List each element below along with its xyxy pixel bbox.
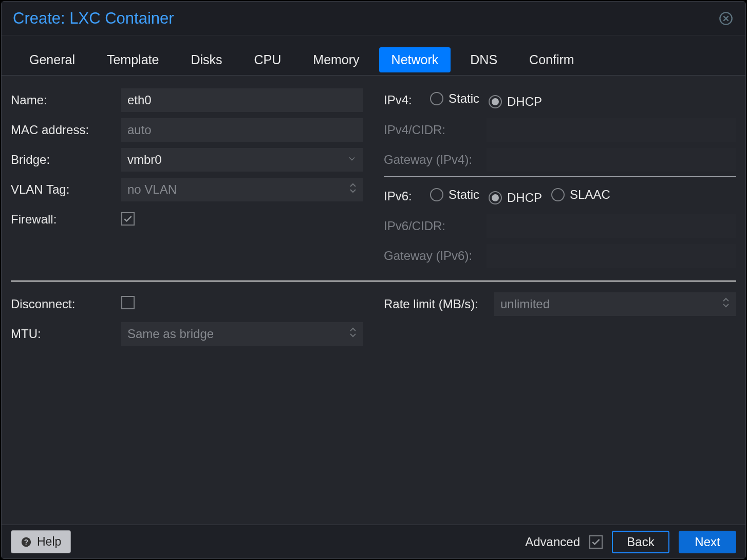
- name-input[interactable]: [121, 88, 363, 112]
- ipv6-radio-group: StaticDHCPSLAAC: [430, 188, 736, 205]
- name-label: Name:: [11, 93, 121, 107]
- divider: [384, 176, 736, 177]
- ipv4-radio-dhcp[interactable]: DHCP: [489, 95, 542, 109]
- columns-bottom: Disconnect: MTU:: [11, 291, 736, 350]
- gw6-label: Gateway (IPv6):: [384, 249, 487, 263]
- ipv4-radio-label: DHCP: [507, 95, 542, 109]
- disconnect-label: Disconnect:: [11, 297, 121, 311]
- ipv6-radio-label: SLAAC: [570, 188, 610, 202]
- ipv4-radio-label: Static: [449, 91, 479, 106]
- close-button[interactable]: [718, 10, 734, 27]
- mtu-input[interactable]: [121, 322, 363, 346]
- check-icon: [123, 214, 133, 224]
- tab-confirm[interactable]: Confirm: [517, 47, 587, 72]
- ipv6cidr-label: IPv6/CIDR:: [384, 219, 487, 233]
- close-icon: [719, 11, 733, 26]
- bridge-select[interactable]: [121, 148, 363, 172]
- check-icon: [591, 537, 601, 547]
- tab-general[interactable]: General: [17, 47, 87, 72]
- left-column: Name: MAC address: Bridge:: [11, 87, 363, 272]
- bridge-label: Bridge:: [11, 153, 121, 167]
- tab-disks[interactable]: Disks: [178, 47, 234, 72]
- advanced-label: Advanced: [525, 535, 580, 549]
- ipv6-radio-label: DHCP: [507, 191, 542, 205]
- tab-cpu[interactable]: CPU: [242, 47, 294, 72]
- ipv4cidr-input[interactable]: [487, 118, 736, 142]
- radio-icon: [551, 188, 565, 201]
- ipv4-radio-static[interactable]: Static: [430, 91, 479, 106]
- tab-memory[interactable]: Memory: [301, 47, 371, 72]
- ipv6-radio-slaac[interactable]: SLAAC: [551, 188, 610, 202]
- rate-label: Rate limit (MB/s):: [384, 297, 494, 311]
- firewall-label: Firewall:: [11, 212, 121, 227]
- mac-input[interactable]: [121, 118, 363, 142]
- help-label: Help: [37, 535, 61, 549]
- mac-label: MAC address:: [11, 123, 121, 137]
- right-column: IPv4: StaticDHCP IPv4/CIDR: Gateway (IPv…: [384, 87, 736, 272]
- mtu-label: MTU:: [11, 327, 121, 341]
- dialog-window: Create: LXC Container GeneralTemplateDis…: [1, 1, 746, 559]
- ipv6-radio-label: Static: [449, 188, 479, 202]
- ipv6-label: IPv6:: [384, 189, 430, 203]
- radio-icon: [489, 191, 502, 204]
- advanced-checkbox[interactable]: [589, 535, 603, 549]
- ipv4-radio-group: StaticDHCP: [430, 91, 736, 109]
- gw6-input[interactable]: [487, 244, 736, 268]
- columns-top: Name: MAC address: Bridge:: [11, 87, 736, 272]
- section-divider: [11, 281, 736, 282]
- footer: ? Help Advanced Back Next: [2, 525, 745, 558]
- tab-template[interactable]: Template: [95, 47, 171, 72]
- help-button[interactable]: ? Help: [11, 530, 71, 553]
- radio-icon: [430, 188, 443, 201]
- ipv6-radio-static[interactable]: Static: [430, 188, 479, 202]
- back-button[interactable]: Back: [612, 531, 669, 553]
- content-area: Name: MAC address: Bridge:: [2, 76, 745, 525]
- tab-dns[interactable]: DNS: [458, 47, 510, 72]
- tab-network[interactable]: Network: [379, 47, 451, 72]
- next-button[interactable]: Next: [679, 531, 736, 553]
- disconnect-checkbox[interactable]: [121, 296, 135, 309]
- ipv4-label: IPv4:: [384, 93, 430, 107]
- tab-bar: GeneralTemplateDisksCPUMemoryNetworkDNSC…: [2, 35, 745, 76]
- radio-icon: [489, 95, 502, 108]
- titlebar: Create: LXC Container: [2, 2, 745, 35]
- svg-text:?: ?: [24, 538, 28, 546]
- help-icon: ?: [21, 536, 32, 548]
- rate-input[interactable]: [494, 292, 736, 316]
- vlan-label: VLAN Tag:: [11, 182, 121, 197]
- ipv6cidr-input[interactable]: [487, 214, 736, 238]
- ipv6-radio-dhcp[interactable]: DHCP: [489, 191, 542, 205]
- window-title: Create: LXC Container: [13, 9, 174, 28]
- vlan-input[interactable]: [121, 178, 363, 201]
- firewall-checkbox[interactable]: [121, 212, 135, 226]
- gw4-label: Gateway (IPv4):: [384, 153, 487, 167]
- radio-icon: [430, 92, 443, 105]
- gw4-input[interactable]: [487, 148, 736, 172]
- ipv4cidr-label: IPv4/CIDR:: [384, 123, 487, 137]
